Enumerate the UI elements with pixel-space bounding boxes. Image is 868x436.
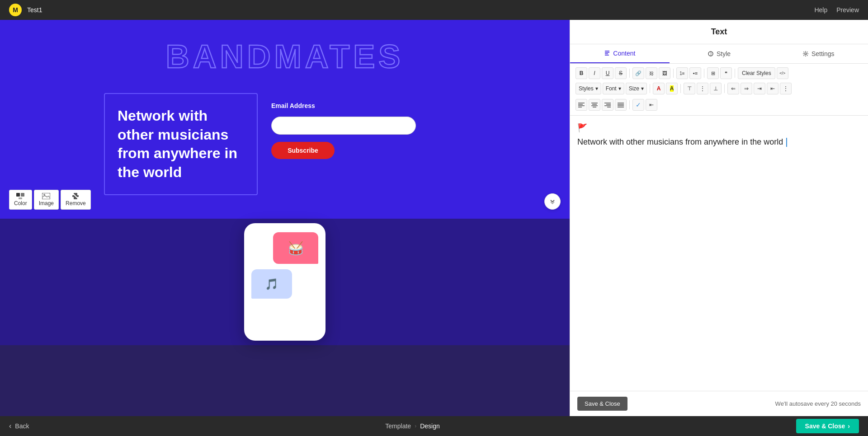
breadcrumb-design: Design [420, 422, 440, 430]
outdent-button[interactable]: ⇤ [767, 83, 778, 94]
font-bg-button[interactable]: A [666, 83, 678, 94]
toolbar-row-2: Styles ▾ Font ▾ Size ▾ A A [576, 81, 863, 96]
chat-bubble-drum: 🥁 [273, 232, 318, 264]
indent2-button[interactable]: ⇤ [646, 99, 657, 111]
valign-mid-icon: ⋮ [700, 85, 705, 92]
valign-bot-icon: ⊥ [713, 85, 718, 92]
link-button[interactable]: 🔗 [632, 67, 644, 79]
subscribe-button[interactable]: Subscribe [271, 142, 335, 159]
phone-mockup: 🥁 🎵 [244, 223, 326, 341]
font-color-button[interactable]: A [653, 83, 665, 94]
align-justify-icon [618, 102, 624, 108]
italic-button[interactable] [589, 67, 600, 79]
svg-rect-0 [16, 193, 20, 197]
ltr-icon: ⇒ [744, 85, 749, 92]
back-arrow-icon: ‹ [9, 422, 11, 430]
editor-content[interactable]: 🚩 Network with other musicians from anyw… [570, 116, 868, 391]
font-color-icon: A [657, 85, 661, 92]
main-layout: BANDMATES Network with other musicians f… [0, 20, 868, 416]
panel-tabs: Content Style Settings [570, 44, 868, 64]
ul-icon: •≡ [693, 70, 698, 76]
hero-section[interactable]: BANDMATES Network with other musicians f… [0, 20, 570, 219]
valign-top-button[interactable]: ⊤ [684, 83, 695, 94]
align-left-icon [578, 102, 585, 108]
check-button[interactable]: ✓ [632, 99, 644, 111]
html-icon: </> [779, 71, 785, 75]
clear-styles-button[interactable]: Clear Styles [738, 67, 775, 79]
list-more-button[interactable]: ⋮ [780, 83, 792, 94]
link2-icon: ⛓ [649, 71, 654, 76]
scroll-button[interactable] [544, 193, 561, 210]
toolbar-separator-2 [673, 69, 674, 78]
breadcrumb-separator: › [415, 423, 416, 429]
bg-controls: Color Image [9, 190, 91, 210]
image-icon [42, 193, 51, 199]
valign-bot-button[interactable]: ⊥ [710, 83, 722, 94]
remove-icon [71, 193, 80, 199]
align-left-button[interactable] [576, 99, 587, 111]
underline-icon [606, 70, 610, 76]
signup-area: Email Address Subscribe [258, 93, 466, 168]
bg-image-button[interactable]: Image [34, 190, 59, 210]
table-button[interactable]: ⊞ [707, 67, 719, 79]
style-tab-icon [708, 51, 714, 57]
bg-color-button[interactable]: Color [9, 190, 32, 210]
top-bar: M Test1 Help Preview [0, 0, 868, 20]
link2-button[interactable]: ⛓ [646, 67, 657, 79]
toolbar-row-3: ✓ ⇤ [576, 98, 657, 112]
underline-button[interactable] [602, 67, 613, 79]
tab-content[interactable]: Content [570, 44, 670, 63]
ltr-button[interactable]: ⇒ [741, 83, 752, 94]
text-cursor [786, 138, 787, 147]
bold-button[interactable] [576, 67, 587, 79]
autosave-text: We'll autosave every 20 seconds [775, 400, 861, 407]
indent-button[interactable]: ⇥ [754, 83, 765, 94]
svg-rect-1 [21, 193, 24, 197]
back-nav[interactable]: ‹ Back [9, 422, 29, 430]
tab-settings[interactable]: Settings [769, 44, 868, 63]
unordered-list-button[interactable]: •≡ [689, 67, 701, 79]
toolbar-separator-1 [629, 69, 630, 78]
size-dropdown[interactable]: Size ▾ [626, 83, 647, 94]
toolbar-separator-8 [629, 100, 630, 109]
align-center-button[interactable] [589, 99, 600, 111]
font-dropdown[interactable]: Font ▾ [603, 83, 624, 94]
panpipes-emoji: 🎵 [265, 278, 278, 291]
font-dropdown-arrow: ▾ [618, 85, 621, 92]
align-justify-button[interactable] [615, 99, 627, 111]
tab-style[interactable]: Style [670, 44, 769, 63]
outdent-icon: ⇤ [770, 85, 775, 92]
mailchimp-logo: M [9, 4, 22, 16]
save-close-button[interactable]: Save & Close [577, 397, 627, 411]
html-button[interactable]: </> [777, 67, 788, 79]
styles-dropdown[interactable]: Styles ▾ [576, 83, 601, 94]
text-box[interactable]: Network with other musicians from anywhe… [104, 93, 258, 195]
toolbar-separator-3 [704, 69, 704, 78]
email-input[interactable] [271, 117, 416, 135]
project-name: Test1 [27, 6, 42, 14]
panel-header: Text [570, 20, 868, 44]
valign-mid-button[interactable]: ⋮ [697, 83, 708, 94]
color-icon [16, 193, 25, 199]
editor-toolbar: 🔗 ⛓ 🖼 1≡ •≡ ⊞ ❝ Clear Styles </> Styles … [570, 64, 868, 116]
breadcrumb-template: Template [385, 422, 411, 430]
editor-text[interactable]: Network with other musicians from anywhe… [577, 136, 861, 148]
rtl-button[interactable]: ⇐ [727, 83, 739, 94]
preview-link[interactable]: Preview [836, 6, 859, 14]
blockquote-button[interactable]: ❝ [720, 67, 732, 79]
help-link[interactable]: Help [814, 6, 827, 14]
list-more-icon: ⋮ [783, 85, 788, 92]
strike-icon [619, 70, 623, 76]
bg-remove-button[interactable]: Remove [61, 190, 91, 210]
strikethrough-button[interactable] [615, 67, 627, 79]
email-label: Email Address [271, 102, 452, 109]
lower-section: 🥁 🎵 [0, 219, 570, 345]
bold-icon [580, 70, 584, 76]
font-bg-icon: A [670, 85, 674, 92]
align-right-button[interactable] [602, 99, 613, 111]
right-panel: Text Content Style [570, 20, 868, 416]
image-tb-icon: 🖼 [662, 70, 667, 76]
bottom-save-close-button[interactable]: Save & Close › [796, 419, 859, 433]
ordered-list-button[interactable]: 1≡ [676, 67, 688, 79]
image-button[interactable]: 🖼 [659, 67, 670, 79]
